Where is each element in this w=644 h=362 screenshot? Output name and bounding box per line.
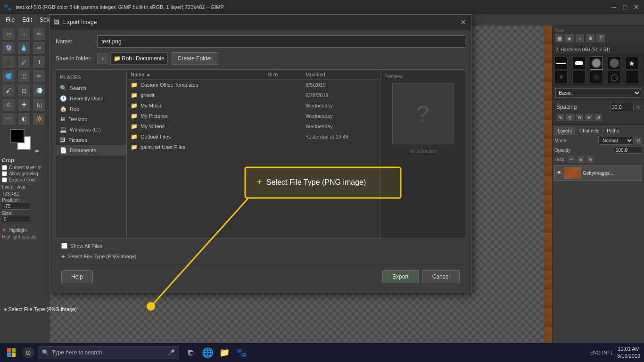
tool-fuzzy-select[interactable]: 🔮 (2, 41, 15, 55)
tool-foreground[interactable]: ⬛ (2, 56, 15, 69)
taskbar-gimp[interactable]: 🐾 (234, 345, 249, 360)
help-btn[interactable]: Help (61, 270, 93, 283)
brush-action-3[interactable]: ⊙ (575, 113, 584, 122)
brush-action-2[interactable]: ⎘ (566, 113, 574, 122)
taskbar-start-btn[interactable] (4, 345, 19, 360)
file-item[interactable]: 📁 Outlook Files Yesterday at 19:46 (127, 132, 380, 142)
tool-blend[interactable]: ◫ (17, 70, 31, 83)
show-all-files-checkbox[interactable] (61, 243, 67, 249)
tool-scissors[interactable]: ✂ (33, 41, 46, 55)
brush-item-9[interactable]: ◯ (608, 71, 621, 84)
tool-dodge-burn[interactable]: ◐ (17, 112, 31, 125)
panel-icon-5[interactable]: ? (596, 33, 605, 43)
lock-alpha-btn[interactable]: ◈ (577, 156, 585, 163)
tool-rect-select[interactable]: ▭ (2, 27, 15, 41)
panel-icon-2[interactable]: ◈ (565, 33, 574, 43)
maximize-btn[interactable]: □ (621, 3, 629, 11)
mode-select[interactable]: Normal (598, 137, 634, 145)
brush-item-5[interactable]: ★ (625, 57, 638, 70)
opacity-input[interactable] (614, 147, 642, 154)
file-item[interactable]: 📁 My Videos Wednesday (127, 121, 380, 132)
tool-paintbrush[interactable]: 🖌 (2, 84, 15, 97)
file-item[interactable]: 📁 Custom Office Templates 8/5/2019 (127, 80, 380, 90)
tool-bucket[interactable]: 🪣 (2, 70, 15, 83)
col-size[interactable]: Size (268, 72, 305, 77)
export-btn[interactable]: Export (382, 270, 419, 283)
taskbar-search-bar[interactable]: 🔍 Type here to search 🎤 (38, 346, 179, 359)
brush-item-10[interactable] (625, 71, 638, 84)
brush-item-1[interactable] (554, 57, 568, 70)
tool-perspective-clone[interactable]: ◱ (33, 98, 46, 111)
file-item[interactable]: 📁 paint.net User Files (127, 142, 380, 152)
tool-select-color[interactable]: 💧 (17, 41, 31, 55)
create-folder-btn[interactable]: Create Folder (172, 52, 218, 65)
panel-icon-3[interactable]: ☆ (575, 33, 585, 43)
spacing-input[interactable] (610, 103, 634, 111)
breadcrumb-documents[interactable]: Documents (136, 55, 165, 62)
tool-airbrush[interactable]: 💨 (33, 84, 46, 97)
col-name[interactable]: Name ▲ (131, 72, 268, 77)
file-item[interactable]: 📁 growlr 6/28/2019 (127, 90, 380, 100)
position-input[interactable] (2, 203, 30, 210)
panel-icon-4[interactable]: ⚙ (586, 33, 595, 43)
size2-input[interactable] (2, 216, 30, 223)
tool-paths[interactable]: 🖊 (17, 56, 31, 69)
place-rob[interactable]: 🏠 Rob (56, 104, 126, 114)
close-btn[interactable]: ✕ (633, 3, 640, 11)
brush-item-7[interactable] (572, 71, 586, 84)
tab-channels[interactable]: Channels (576, 127, 603, 135)
tool-heal[interactable]: ✚ (17, 98, 31, 111)
lock-pixels-btn[interactable]: ✏ (568, 156, 575, 163)
tool-free-select[interactable]: ✏ (33, 27, 46, 41)
tab-paths[interactable]: Paths (603, 127, 622, 135)
brush-action-5[interactable]: ↺ (594, 113, 603, 122)
brush-action-1[interactable]: ✎ (556, 113, 565, 122)
swap-colors-icon[interactable]: ⇄ (35, 148, 39, 154)
tool-ellipse-select[interactable]: ○ (17, 27, 31, 41)
file-item[interactable]: 📁 My Pictures Wednesday (127, 111, 380, 121)
breadcrumb-rob[interactable]: Rob (122, 55, 132, 62)
taskbar-task-view[interactable]: ⧉ (183, 345, 198, 360)
menu-file[interactable]: File (2, 16, 18, 24)
name-input[interactable] (97, 35, 465, 48)
layer-item[interactable]: 👁 GettyImages... (554, 165, 642, 181)
brush-item-4[interactable] (608, 57, 621, 70)
taskbar-explorer[interactable]: 📁 (217, 345, 232, 360)
place-search[interactable]: 🔍 Search (56, 83, 126, 93)
tool-dodge2[interactable]: 🔆 (33, 112, 46, 125)
brush-category-select[interactable]: Basic, (555, 88, 641, 98)
folder-back-btn[interactable]: ‹ (97, 53, 108, 64)
brush-item-6[interactable]: ✦ (554, 71, 568, 84)
tool-pencil[interactable]: ✏ (33, 70, 46, 83)
minimize-btn[interactable]: ─ (610, 3, 618, 11)
cancel-btn[interactable]: Cancel (422, 270, 460, 283)
select-file-type-row[interactable]: + Select File Type (PNG image) (61, 251, 460, 262)
file-item[interactable]: 📁 My Music Wednesday (127, 100, 380, 111)
taskbar-chrome[interactable]: 🌐 (200, 345, 215, 360)
place-windows[interactable]: 💻 Windows (C:) (56, 124, 126, 135)
expand-checkbox[interactable] (2, 177, 7, 182)
place-pictures[interactable]: 🖼 Pictures (56, 135, 126, 145)
brush-item-2[interactable] (572, 57, 586, 70)
tab-layers[interactable]: Layers (554, 127, 575, 135)
brush-action-4[interactable]: ✕ (585, 113, 593, 122)
tool-text[interactable]: T (33, 56, 46, 69)
mode-history-btn[interactable]: ↺ (635, 137, 642, 145)
search-btn[interactable]: ⊙ (23, 347, 34, 358)
dialog-close-btn[interactable]: ✕ (460, 18, 467, 26)
brush-item-8[interactable] (590, 71, 603, 84)
menu-edit[interactable]: Edit (18, 16, 36, 24)
tool-smudge[interactable]: 〰 (2, 112, 15, 125)
place-desktop[interactable]: 🖥 Desktop (56, 114, 126, 124)
place-documents[interactable]: 📄 Documents (56, 145, 126, 156)
col-modified[interactable]: Modified (305, 72, 376, 77)
allow-growing-checkbox[interactable] (2, 171, 7, 176)
lock-position-btn[interactable]: ⊕ (586, 156, 594, 163)
place-recently-used[interactable]: 🕐 Recently Used (56, 93, 126, 104)
tool-clone[interactable]: 🖨 (2, 98, 15, 111)
tool-eraser[interactable]: ◻ (17, 84, 31, 97)
current-layer-checkbox[interactable] (2, 165, 7, 170)
foreground-color[interactable] (10, 129, 25, 143)
panel-icon-1[interactable]: ▩ (554, 33, 564, 43)
brush-item-selected[interactable] (590, 57, 603, 70)
